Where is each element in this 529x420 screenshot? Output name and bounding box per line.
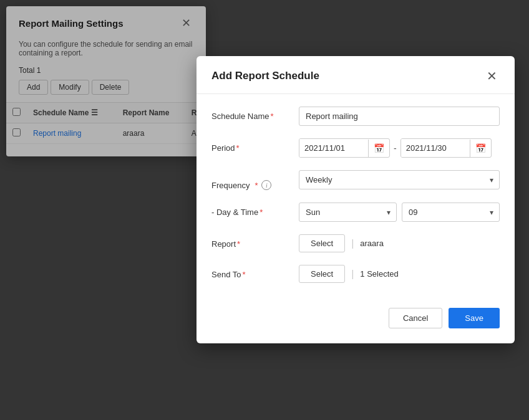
send-to-label: Send To* — [211, 265, 299, 279]
send-to-selected-count: 1 Selected — [360, 269, 398, 279]
day-time-wrap: Sun Mon Tue Wed Thu Fri Sat ▾ 09 — [299, 203, 500, 222]
period-end-wrap: 📅 — [400, 138, 492, 158]
frequency-help-icon[interactable]: i — [261, 180, 271, 190]
schedule-name-input[interactable] — [299, 107, 500, 126]
period-start-input[interactable] — [299, 139, 368, 157]
period-wrap: 📅 - 📅 — [299, 138, 500, 158]
form-body: Schedule Name* Period* 📅 - — [197, 94, 515, 308]
add-report-schedule-dialog: Add Report Schedule ✕ Schedule Name* Per… — [197, 56, 515, 343]
send-to-pipe-separator: | — [351, 269, 354, 280]
fg-dialog-footer: Cancel Save — [197, 308, 515, 328]
cancel-button[interactable]: Cancel — [389, 308, 442, 328]
frequency-select[interactable]: Weekly Daily Monthly — [299, 170, 500, 189]
period-end-input[interactable] — [401, 139, 470, 157]
fg-dialog-header: Add Report Schedule ✕ — [197, 56, 515, 94]
report-wrap: Select | araara — [299, 234, 500, 252]
send-to-row: Send To* Select | 1 Selected — [211, 265, 500, 283]
report-value: araara — [360, 239, 384, 248]
send-to-wrap: Select | 1 Selected — [299, 265, 500, 283]
day-select[interactable]: Sun Mon Tue Wed Thu Fri Sat — [299, 203, 397, 222]
required-star: * — [271, 112, 274, 121]
report-control: Select | araara — [299, 234, 500, 252]
time-select[interactable]: 09 00 01 02 03 10 11 12 — [402, 203, 500, 222]
report-row: Report* Select | araara — [211, 234, 500, 252]
period-control: 📅 - 📅 — [299, 138, 500, 158]
day-time-control: Sun Mon Tue Wed Thu Fri Sat ▾ 09 — [299, 203, 500, 222]
frequency-label-wrap: Frequency* i — [211, 175, 299, 190]
time-select-wrap: 09 00 01 02 03 10 11 12 ▾ — [402, 203, 500, 222]
day-time-row: - Day & Time* Sun Mon Tue Wed Thu Fri Sa… — [211, 203, 500, 222]
send-to-control: Select | 1 Selected — [299, 265, 500, 283]
schedule-name-row: Schedule Name* — [211, 107, 500, 126]
period-label: Period* — [211, 138, 299, 153]
report-label: Report* — [211, 234, 299, 249]
day-select-wrap: Sun Mon Tue Wed Thu Fri Sat ▾ — [299, 203, 397, 222]
schedule-name-label: Schedule Name* — [211, 107, 299, 121]
frequency-select-wrap: Weekly Daily Monthly ▾ — [299, 170, 500, 189]
save-button[interactable]: Save — [449, 308, 500, 328]
period-row: Period* 📅 - 📅 — [211, 138, 500, 158]
report-select-button[interactable]: Select — [299, 234, 345, 252]
pipe-separator: | — [351, 238, 354, 249]
period-dash: - — [394, 143, 397, 153]
period-start-calendar-button[interactable]: 📅 — [368, 140, 389, 157]
period-end-calendar-button[interactable]: 📅 — [470, 140, 491, 157]
fg-close-button[interactable]: ✕ — [484, 69, 500, 84]
frequency-label: Frequency* i — [211, 170, 299, 190]
frequency-control: Weekly Daily Monthly ▾ — [299, 170, 500, 189]
day-time-label: - Day & Time* — [211, 203, 299, 217]
fg-dialog-title: Add Report Schedule — [211, 70, 319, 82]
period-start-wrap: 📅 — [299, 138, 390, 158]
schedule-name-control — [299, 107, 500, 126]
frequency-row: Frequency* i Weekly Daily Monthly ▾ — [211, 170, 500, 190]
send-to-select-button[interactable]: Select — [299, 265, 345, 283]
